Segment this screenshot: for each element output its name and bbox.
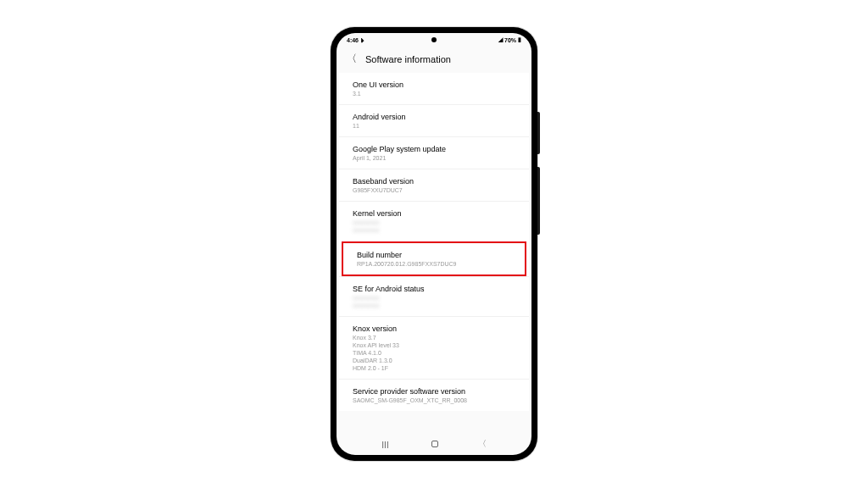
item-value: xxxxxxxxxxxxxxxxxx bbox=[353, 294, 515, 309]
knox-version-item[interactable]: Knox version Knox 3.7 Knox API level 33 … bbox=[339, 316, 529, 379]
item-title: Baseband version bbox=[353, 177, 515, 186]
item-title: One UI version bbox=[353, 80, 515, 89]
item-value: Knox 3.7 Knox API level 33 TIMA 4.1.0 Du… bbox=[353, 334, 515, 372]
item-value: SAOMC_SM-G985F_OXM_XTC_RR_0008 bbox=[353, 396, 515, 404]
kernel-version-item[interactable]: Kernel version xxxxxxxxxxxxxxxxxx bbox=[339, 201, 529, 241]
status-time: 4:46 bbox=[347, 37, 359, 43]
item-value: 3.1 bbox=[353, 90, 515, 97]
build-number-item[interactable]: Build number RP1A.200720.012.G985FXXS7DU… bbox=[342, 241, 526, 276]
service-provider-version-item[interactable]: Service provider software version SAOMC_… bbox=[339, 379, 529, 411]
page-title: Software information bbox=[365, 54, 451, 64]
content[interactable]: One UI version 3.1 Android version 11 Go… bbox=[337, 73, 531, 431]
battery-pct: 70% bbox=[504, 37, 516, 43]
item-value: RP1A.200720.012.G985FXXS7DUC9 bbox=[357, 260, 511, 268]
item-title: Kernel version bbox=[353, 209, 515, 218]
screen: 4:46 ⏵ ◢ 70% ▮ 〈 Software information On… bbox=[337, 33, 531, 455]
item-value: xxxxxxxxxxxxxxxxxx bbox=[353, 219, 515, 234]
navigation-bar: III 〈 bbox=[337, 431, 531, 455]
item-title: Build number bbox=[357, 251, 511, 259]
software-info-list: One UI version 3.1 Android version 11 Go… bbox=[339, 73, 529, 411]
home-button[interactable] bbox=[431, 441, 438, 447]
item-title: Service provider software version bbox=[353, 387, 515, 396]
volume-button bbox=[537, 112, 540, 154]
recent-apps-button[interactable]: III bbox=[381, 441, 392, 447]
item-title: Knox version bbox=[353, 324, 515, 333]
item-title: SE for Android status bbox=[353, 285, 515, 293]
item-title: Google Play system update bbox=[353, 145, 515, 153]
back-icon[interactable]: 〈 bbox=[347, 52, 357, 66]
battery-icon: ▮ bbox=[518, 36, 521, 43]
item-value: April 1, 2021 bbox=[353, 154, 515, 162]
camera-cutout bbox=[431, 37, 437, 42]
item-title: Android version bbox=[353, 113, 515, 121]
back-button[interactable]: 〈 bbox=[478, 438, 487, 450]
item-value: 11 bbox=[353, 122, 515, 130]
se-android-status-item[interactable]: SE for Android status xxxxxxxxxxxxxxxxxx bbox=[339, 276, 529, 316]
charging-icon: ⏵ bbox=[360, 37, 366, 43]
baseband-version-item[interactable]: Baseband version G985FXXU7DUC7 bbox=[339, 169, 529, 201]
one-ui-version-item[interactable]: One UI version 3.1 bbox=[339, 73, 529, 104]
header: 〈 Software information bbox=[337, 45, 531, 73]
signal-icon: ◢ bbox=[498, 36, 503, 43]
item-value: G985FXXU7DUC7 bbox=[353, 186, 515, 194]
power-button bbox=[537, 167, 540, 235]
phone-frame: 4:46 ⏵ ◢ 70% ▮ 〈 Software information On… bbox=[331, 27, 537, 461]
play-system-update-item[interactable]: Google Play system update April 1, 2021 bbox=[339, 136, 529, 169]
android-version-item[interactable]: Android version 11 bbox=[339, 104, 529, 136]
